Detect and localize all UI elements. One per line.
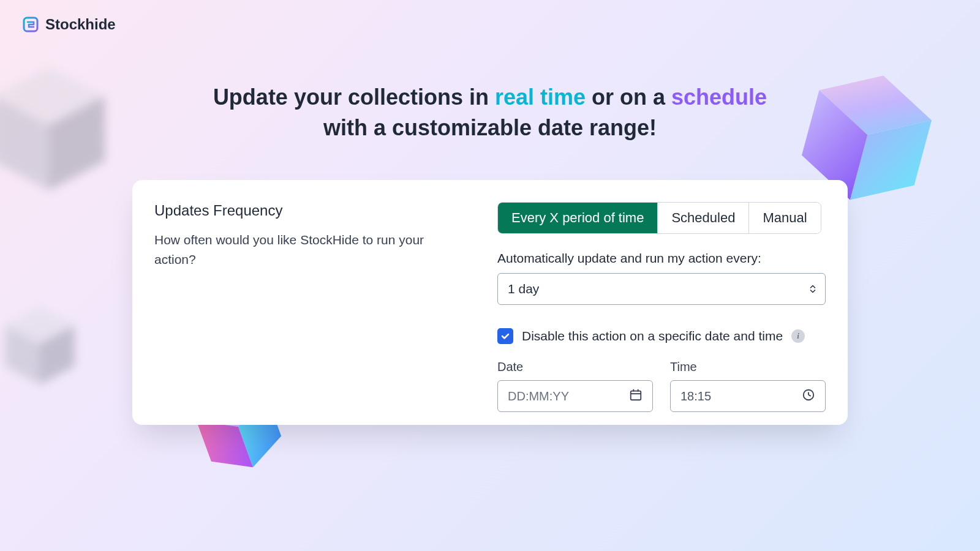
info-icon[interactable]: i — [791, 329, 805, 343]
auto-update-label: Automatically update and run my action e… — [497, 251, 826, 266]
calendar-icon — [629, 388, 643, 405]
decorative-cube — [0, 300, 86, 392]
frequency-tabs: Every X period of time Scheduled Manual — [497, 202, 821, 234]
period-select[interactable]: 1 day — [497, 273, 826, 305]
brand-logo: Stockhide — [22, 16, 116, 33]
brand-name: Stockhide — [45, 16, 116, 33]
date-input[interactable]: DD:MM:YY — [497, 380, 653, 412]
clock-icon — [802, 388, 815, 405]
svg-rect-15 — [631, 391, 641, 400]
logo-icon — [22, 16, 39, 33]
date-label: Date — [497, 360, 653, 374]
tab-manual[interactable]: Manual — [749, 203, 820, 233]
svg-line-21 — [809, 395, 811, 396]
frequency-card: Updates Frequency How often would you li… — [132, 180, 848, 425]
check-icon — [500, 331, 510, 341]
time-label: Time — [670, 360, 826, 374]
card-title: Updates Frequency — [154, 202, 461, 219]
decorative-cube — [0, 55, 123, 202]
disable-checkbox-label: Disable this action on a specific date a… — [522, 329, 783, 343]
tab-every-period[interactable]: Every X period of time — [498, 203, 658, 233]
card-subtitle: How often would you like StockHide to ru… — [154, 230, 461, 269]
tab-scheduled[interactable]: Scheduled — [658, 203, 749, 233]
disable-checkbox[interactable] — [497, 328, 513, 344]
time-input[interactable]: 18:15 — [670, 380, 826, 412]
page-headline: Update your collections in real time or … — [184, 82, 796, 144]
